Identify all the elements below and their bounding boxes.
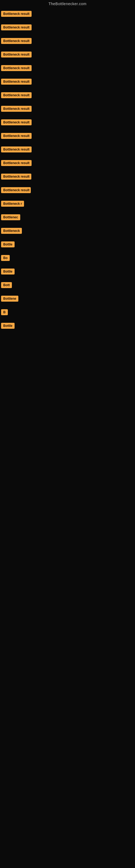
bottleneck-row-21: Bott <box>0 279 135 292</box>
bottleneck-badge[interactable]: Bottleneck result <box>1 174 31 180</box>
bottleneck-row-3: Bottleneck result <box>0 35 135 48</box>
bottleneck-badge[interactable]: Bottleneck result <box>1 24 32 30</box>
bottleneck-badge[interactable]: Bottleneck result <box>1 147 32 152</box>
bottleneck-badge[interactable]: Bottleneck result <box>1 11 32 17</box>
bottleneck-row-11: Bottleneck result <box>0 143 135 157</box>
bottleneck-row-2: Bottleneck result <box>0 21 135 35</box>
bottleneck-row-12: Bottleneck result <box>0 157 135 170</box>
bottleneck-badge[interactable]: Bottlene <box>1 296 18 302</box>
bottleneck-row-16: Bottlenec <box>0 211 135 225</box>
bottleneck-badge[interactable]: Bott <box>1 282 12 288</box>
bottleneck-badge[interactable]: Bottleneck result <box>1 79 32 85</box>
bottleneck-badge[interactable]: Bottleneck result <box>1 65 32 71</box>
bottleneck-row-10: Bottleneck result <box>0 130 135 143</box>
bottleneck-row-1: Bottleneck result <box>0 8 135 21</box>
bottleneck-badge[interactable]: Bottle <box>1 323 14 329</box>
bottleneck-row-22: Bottlene <box>0 292 135 306</box>
bottleneck-badge[interactable]: B <box>1 309 8 315</box>
bottleneck-badge[interactable]: Bottlenec <box>1 214 20 220</box>
bottleneck-row-8: Bottleneck result <box>0 102 135 116</box>
bottleneck-row-6: Bottleneck result <box>0 75 135 89</box>
bottleneck-badge[interactable]: Bottleneck result <box>1 160 32 166</box>
bottleneck-row-18: Bottle <box>0 238 135 252</box>
bottleneck-badge[interactable]: Bo <box>1 255 10 261</box>
bottleneck-row-15: Bottleneck r <box>0 197 135 211</box>
bottleneck-badge[interactable]: Bottleneck result <box>1 92 32 98</box>
bottleneck-row-7: Bottleneck result <box>0 89 135 102</box>
bottleneck-row-9: Bottleneck result <box>0 116 135 130</box>
bottleneck-badge[interactable]: Bottleneck <box>1 228 22 234</box>
bottleneck-row-19: Bo <box>0 252 135 265</box>
bottleneck-badge[interactable]: Bottleneck result <box>1 119 32 125</box>
bottleneck-row-14: Bottleneck result <box>0 184 135 197</box>
bottleneck-badge[interactable]: Bottleneck r <box>1 201 24 207</box>
bottleneck-row-23: B <box>0 306 135 319</box>
bottleneck-row-17: Bottleneck <box>0 225 135 238</box>
bottleneck-badge[interactable]: Bottleneck result <box>1 106 32 112</box>
bottleneck-badge[interactable]: Bottleneck result <box>1 38 32 44</box>
bottleneck-badge[interactable]: Bottleneck result <box>1 52 32 58</box>
bottleneck-row-13: Bottleneck result <box>0 170 135 184</box>
bottleneck-row-20: Bottle <box>0 265 135 279</box>
bottleneck-badge[interactable]: Bottle <box>1 241 14 247</box>
bottleneck-row-24: Bottle <box>0 319 135 333</box>
bottleneck-badge[interactable]: Bottleneck result <box>1 187 31 193</box>
bottleneck-badge[interactable]: Bottleneck result <box>1 133 32 139</box>
bottleneck-row-5: Bottleneck result <box>0 62 135 75</box>
bottleneck-badge[interactable]: Bottle <box>1 269 14 275</box>
bottleneck-row-4: Bottleneck result <box>0 48 135 62</box>
site-title: TheBottlenecker.com <box>0 0 135 8</box>
